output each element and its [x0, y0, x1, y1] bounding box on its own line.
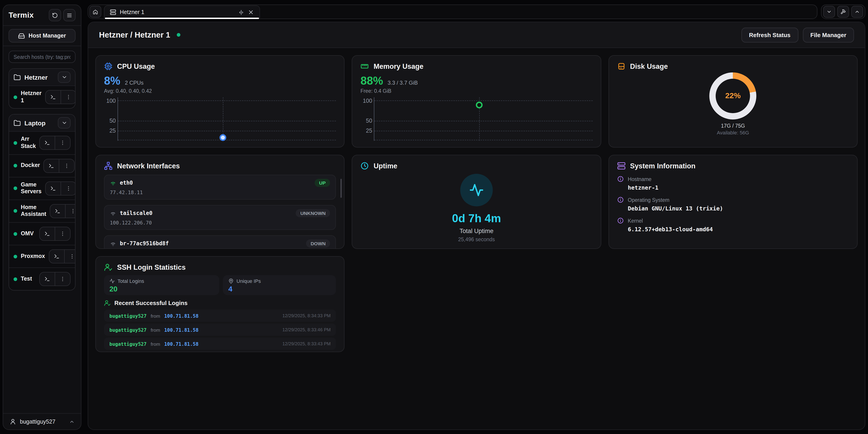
host-name: Home Assistant: [21, 204, 46, 219]
app-title: Termix: [8, 11, 34, 20]
info-icon: [617, 196, 624, 203]
tab-hetzner-1[interactable]: Hetzner 1: [104, 5, 260, 19]
sysinfo-label: Kernel: [628, 218, 643, 223]
refresh-status-button[interactable]: Refresh Status: [741, 27, 798, 42]
chevron-up-icon: [855, 8, 860, 15]
host-row[interactable]: Hetzner 1: [9, 86, 75, 108]
host-menu-button[interactable]: [55, 137, 70, 150]
host-terminal-button[interactable]: [49, 250, 64, 263]
group-name: Laptop: [24, 119, 54, 127]
memory-percent: 88%: [361, 74, 383, 87]
sysinfo-value: 6.12.57+deb13-cloud-amd64: [628, 226, 849, 233]
status-badge: UP: [314, 179, 330, 187]
host-actions: [49, 249, 75, 263]
host-actions: [39, 227, 70, 241]
activity-icon: [469, 183, 484, 197]
sidebar-menu-button[interactable]: [63, 9, 75, 21]
host-terminal-button[interactable]: [51, 205, 65, 218]
rotate-ccw-icon: [52, 12, 58, 18]
network-interfaces-card: Network Interfaces eth0 UP 77.42.18.11: [95, 155, 345, 249]
host-actions: [45, 181, 75, 195]
search-input[interactable]: [8, 51, 75, 63]
host-terminal-button[interactable]: [40, 272, 55, 286]
host-row[interactable]: Arr Stack: [9, 132, 75, 154]
user-menu[interactable]: bugattiguy527: [3, 413, 81, 430]
chevron-down-icon: [61, 74, 67, 80]
user-check-icon: [104, 299, 111, 307]
tools-button[interactable]: [837, 6, 849, 18]
more-vertical-icon: [64, 163, 70, 169]
chart-point: [476, 102, 483, 108]
tab-bar: Hetzner 1: [88, 4, 865, 19]
y-tick: 25: [366, 127, 372, 134]
interface-name: tailscale0: [120, 210, 292, 216]
close-icon: [248, 9, 254, 16]
host-row[interactable]: Docker: [9, 154, 75, 177]
panel-header: Hetzner / Hetzner 1 Refresh Status File …: [88, 22, 865, 48]
cpu-load-avg: Avg: 0.40, 0.40, 0.42: [104, 88, 336, 94]
stat-value: 4: [228, 285, 331, 293]
host-menu-button[interactable]: [59, 159, 74, 172]
search-section: [3, 46, 81, 65]
host-online-dot: [177, 33, 180, 37]
group-collapse-button[interactable]: [58, 117, 70, 129]
tab-controls: [821, 4, 865, 19]
stat-label: Total Logins: [118, 278, 144, 284]
gridline: [375, 100, 593, 101]
host-status-dot: [13, 209, 17, 213]
host-terminal-button[interactable]: [40, 137, 55, 150]
gridline: [375, 131, 593, 131]
server-icon: [110, 9, 116, 16]
host-menu-button[interactable]: [55, 227, 70, 240]
host-terminal-button[interactable]: [40, 227, 55, 240]
cpu-icon: [104, 62, 113, 70]
memory-used-total: 3.3 / 3.7 GiB: [388, 80, 418, 86]
host-menu-button[interactable]: [61, 90, 75, 104]
host-row[interactable]: Proxmox: [9, 245, 75, 267]
host-menu-button[interactable]: [64, 250, 75, 263]
group-name: Hetzner: [24, 74, 54, 81]
y-axis-labels: 100 50 25: [361, 97, 374, 141]
tab-close-button[interactable]: [248, 9, 254, 16]
group-header[interactable]: Hetzner: [9, 69, 75, 86]
host-terminal-button[interactable]: [46, 182, 61, 195]
terminal-icon: [44, 276, 50, 282]
interface-row[interactable]: eth0 UP 77.42.18.11: [104, 175, 336, 200]
card-title: Memory Usage: [374, 62, 424, 70]
collapse-button[interactable]: [823, 6, 835, 18]
expand-button[interactable]: [851, 6, 863, 18]
host-menu-button[interactable]: [61, 182, 75, 195]
interface-row[interactable]: tailscale0 UNKNOWN 100.122.206.70: [104, 205, 336, 230]
more-vertical-icon: [66, 185, 71, 191]
group-collapse-button[interactable]: [58, 71, 70, 83]
host-row[interactable]: Game Servers: [9, 177, 75, 200]
host-status-dot: [13, 141, 17, 145]
refresh-hosts-button[interactable]: [49, 9, 61, 21]
interface-name: eth0: [120, 180, 311, 186]
host-terminal-button[interactable]: [46, 90, 61, 104]
cpu-chart: 100 50 25: [104, 97, 336, 141]
host-terminal-button[interactable]: [44, 159, 59, 172]
host-menu-button[interactable]: [66, 205, 75, 218]
sysinfo-value: hetzner-1: [628, 184, 849, 191]
split-pane-button[interactable]: [238, 9, 244, 15]
host-manager-button[interactable]: Host Manager: [8, 29, 75, 42]
host-row[interactable]: Test: [9, 267, 75, 290]
host-row[interactable]: Home Assistant: [9, 200, 75, 223]
cpu-count: 2 CPUs: [125, 80, 144, 86]
host-manager-section: Host Manager: [3, 26, 81, 46]
memory-usage-card: Memory Usage 88% 3.3 / 3.7 GiB Free: 0.4…: [352, 55, 601, 147]
hammer-icon: [840, 8, 846, 15]
terminal-icon: [55, 208, 61, 214]
host-menu-button[interactable]: [55, 272, 70, 286]
ssh-login-statistics-card: SSH Login Statistics Total Logins 20: [95, 256, 345, 352]
scrollbar-thumb[interactable]: [341, 179, 342, 198]
file-manager-button[interactable]: File Manager: [803, 27, 854, 42]
login-row: bugattiguy527 from 100.71.81.58 12/29/20…: [104, 310, 336, 322]
home-button[interactable]: [90, 6, 101, 18]
total-logins-stat: Total Logins 20: [104, 275, 219, 295]
login-list: bugattiguy527 from 100.71.81.58 12/29/20…: [104, 310, 336, 350]
host-row[interactable]: OMV: [9, 222, 75, 245]
group-header[interactable]: Laptop: [9, 115, 75, 132]
interface-row[interactable]: br-77ac9516bd8f DOWN 172.22.0.1: [104, 235, 336, 249]
